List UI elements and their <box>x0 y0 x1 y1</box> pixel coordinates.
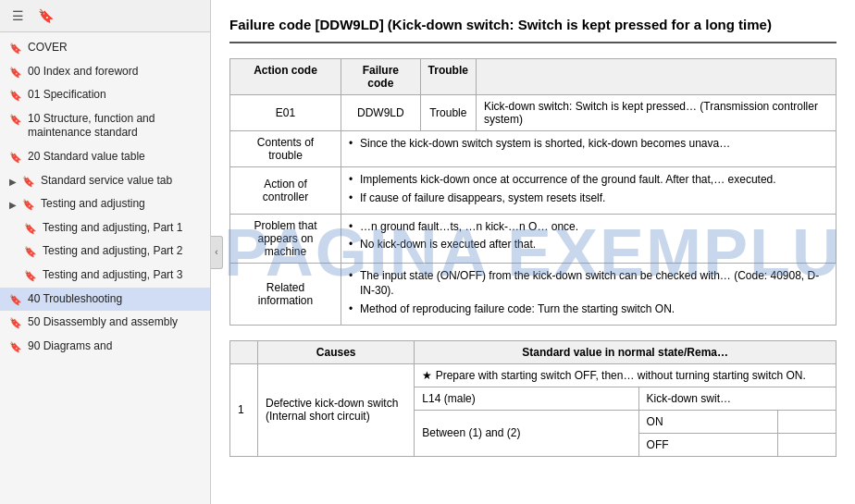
cause-on-label: ON <box>638 410 778 433</box>
sidebar-label-01-spec: 01 Specification <box>28 88 203 103</box>
bookmark-icon-00-index: 🔖 <box>9 66 22 79</box>
sidebar-item-40-trouble[interactable]: 🔖40 Troubleshooting <box>0 288 210 312</box>
cause-between: Between (1) and (2) <box>415 410 638 456</box>
cause-num: 1 <box>230 363 258 456</box>
col-failure-code: Failure code <box>341 59 421 95</box>
bookmark-icon-20-standard: 🔖 <box>9 151 22 164</box>
sidebar-label-testing-pt3: Testing and adjusting, Part 3 <box>43 268 203 283</box>
sidebar-label-testing1: Testing and adjusting <box>41 197 203 212</box>
causes-col-standard: Standard value in normal state/Rema… <box>415 340 836 363</box>
menu-icon[interactable]: ☰ <box>7 6 28 26</box>
main-content: PAGINA EXEMPLU Failure code [DDW9LD] (Ki… <box>211 0 855 504</box>
sidebar-item-testing-pt3[interactable]: 🔖Testing and adjusting, Part 3 <box>0 264 210 288</box>
action-label: Action ofcontroller <box>230 167 341 215</box>
sidebar-item-50-disassembly[interactable]: 🔖50 Disassembly and assembly <box>0 311 210 335</box>
sidebar-label-20-standard: 20 Standard value table <box>28 150 203 165</box>
sidebar-label-cover: COVER <box>28 41 203 55</box>
bookmark-icon-01-spec: 🔖 <box>9 89 22 102</box>
sidebar-item-00-index[interactable]: 🔖00 Index and foreword <box>0 60 210 84</box>
sidebar-label-50-disassembly: 50 Disassembly and assembly <box>28 315 203 330</box>
sidebar-label-40-trouble: 40 Troubleshooting <box>28 292 203 307</box>
cause-off-value <box>778 433 836 456</box>
sidebar-label-10-structure: 10 Structure, function and maintenance s… <box>28 112 203 141</box>
trouble-label: Trouble <box>420 95 476 131</box>
info-table: Action code Failure code Trouble E01 DDW… <box>229 58 836 326</box>
causes-col-causes: Causes <box>258 340 415 363</box>
sidebar-item-testing-pt1[interactable]: 🔖Testing and adjusting, Part 1 <box>0 216 210 240</box>
sidebar-item-std-service[interactable]: ▶🔖Standard service value tab <box>0 169 210 193</box>
sidebar-label-testing-pt1: Testing and adjusting, Part 1 <box>43 221 203 236</box>
expand-icon-testing1[interactable]: ▶ <box>9 199 17 211</box>
causes-col-num <box>230 340 258 363</box>
trouble-desc: Kick-down switch: Switch is kept pressed… <box>476 95 836 131</box>
sidebar-label-testing-pt2: Testing and adjusting, Part 2 <box>43 244 203 259</box>
col-action-code: Action code <box>230 59 341 95</box>
sidebar-item-20-standard[interactable]: 🔖20 Standard value table <box>0 145 210 169</box>
sidebar-label-std-service: Standard service value tab <box>41 174 203 189</box>
sidebar-item-testing-pt2[interactable]: 🔖Testing and adjusting, Part 2 <box>0 240 210 264</box>
bookmark-icon-40-trouble: 🔖 <box>9 293 22 306</box>
sidebar-item-cover[interactable]: 🔖COVER <box>0 36 210 60</box>
bookmark-icon-cover: 🔖 <box>9 42 22 55</box>
action-value: Implements kick-down once at occurrence … <box>341 167 836 215</box>
causes-table: Causes Standard value in normal state/Re… <box>229 340 836 457</box>
contents-label: Contents oftrouble <box>230 131 341 167</box>
cause-on-value <box>778 410 836 433</box>
cause-prep: ★ Prepare with starting switch OFF, then… <box>415 363 836 387</box>
related-label: Relatedinformation <box>230 263 341 325</box>
cause-connector: L14 (male) <box>415 387 638 410</box>
related-value: The input state (ON/OFF) from the kick-d… <box>341 263 836 325</box>
sidebar-collapse-button[interactable]: ‹ <box>211 236 223 269</box>
bookmark-icon-50-disassembly: 🔖 <box>9 316 22 329</box>
bookmark-icon-testing-pt1: 🔖 <box>24 222 37 235</box>
expand-icon-std-service[interactable]: ▶ <box>9 176 17 188</box>
sidebar-toolbar: ☰ 🔖 <box>0 0 210 32</box>
bookmark-icon-testing-pt3: 🔖 <box>24 269 37 282</box>
sidebar-items: 🔖COVER🔖00 Index and foreword🔖01 Specific… <box>0 32 210 504</box>
sidebar-item-10-structure[interactable]: 🔖10 Structure, function and maintenance … <box>0 107 210 145</box>
bookmark-icon-testing-pt2: 🔖 <box>24 245 37 258</box>
sidebar-label-90-diagrams: 90 Diagrams and <box>28 339 203 354</box>
col-trouble: Trouble <box>420 59 476 95</box>
action-code-value: E01 <box>230 95 341 131</box>
problem-value: …n ground fault…ts, …n kick-…n O… once. … <box>341 214 836 263</box>
cause-component: Kick-down swit… <box>638 387 836 410</box>
bookmark-icon-10-structure: 🔖 <box>9 113 22 126</box>
bookmark-icon-90-diagrams: 🔖 <box>9 340 22 353</box>
sidebar-label-00-index: 00 Index and foreword <box>28 65 203 80</box>
page-title: Failure code [DDW9LD] (Kick-down switch:… <box>229 15 836 43</box>
bookmark-icon-testing1: 🔖 <box>22 198 35 211</box>
bookmark-icon-std-service: 🔖 <box>22 175 35 188</box>
sidebar-item-90-diagrams[interactable]: 🔖90 Diagrams and <box>0 335 210 359</box>
cause-desc: Defective kick-down switch(Internal shor… <box>258 363 415 456</box>
problem-label: Problem thatappears onmachine <box>230 214 341 263</box>
bookmark-icon[interactable]: 🔖 <box>35 6 56 26</box>
sidebar-item-testing1[interactable]: ▶🔖Testing and adjusting <box>0 192 210 216</box>
contents-value: Since the kick-down switch system is sho… <box>341 131 836 167</box>
cause-off-label: OFF <box>638 433 778 456</box>
sidebar: ☰ 🔖 🔖COVER🔖00 Index and foreword🔖01 Spec… <box>0 0 211 504</box>
failure-code-value: DDW9LD <box>341 95 421 131</box>
sidebar-item-01-spec[interactable]: 🔖01 Specification <box>0 83 210 107</box>
col-trouble-desc <box>476 59 836 95</box>
